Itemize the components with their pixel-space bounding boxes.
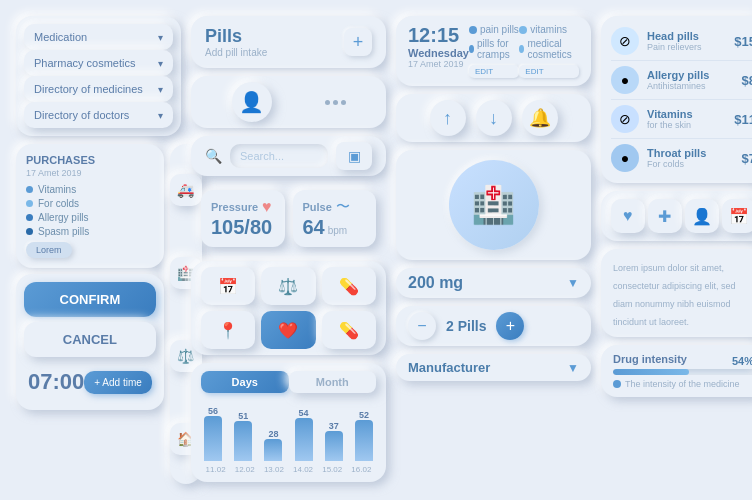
manufacturer-dropdown[interactable]: ▼ xyxy=(567,361,579,375)
chevron-icon: ▾ xyxy=(158,58,163,69)
stats-row: Pressure ♥ 105/80 Pulse 〜 64 bpm xyxy=(191,184,386,253)
up-arrow-btn[interactable]: ↑ xyxy=(430,100,466,136)
pill-item: ● Throat pills For colds $7 xyxy=(611,139,752,177)
bell-btn[interactable]: 🔔 xyxy=(522,100,558,136)
cancel-button[interactable]: CANCEL xyxy=(24,322,156,357)
column-2: Pills Add pill intake + 👤 🔍 Search... ▣ xyxy=(191,16,386,484)
chart-date: 15.02 xyxy=(322,465,342,474)
column-1: Medication▾Pharmacy cosmetics▾Directory … xyxy=(16,16,181,484)
dosage-value: 200 mg xyxy=(408,274,463,292)
increase-button[interactable]: + xyxy=(496,312,524,340)
down-arrow-btn[interactable]: ↓ xyxy=(476,100,512,136)
pill-name: Head pills xyxy=(647,30,726,42)
drug-sub: The intensity of the medicine xyxy=(613,379,752,389)
purchase-dot xyxy=(26,186,33,193)
heart-icon: ♥ xyxy=(262,198,272,216)
pill-info: Allergy pills Antihistamines xyxy=(647,69,734,91)
calendar-action[interactable]: 📅 xyxy=(722,199,752,233)
dosage-dropdown[interactable]: ▼ xyxy=(567,276,579,290)
calendar-icon-btn[interactable]: 📅 xyxy=(201,267,255,305)
pill-price: $15 xyxy=(734,34,752,49)
chart-tab-month[interactable]: Month xyxy=(289,371,377,393)
pill-desc: Pain relievers xyxy=(647,42,726,52)
capsule-icon-btn[interactable]: 💊 xyxy=(322,311,376,349)
add-time-button[interactable]: + Add time xyxy=(84,371,152,394)
confirm-button[interactable]: CONFIRM xyxy=(24,282,156,317)
vitamins-dot xyxy=(519,26,527,34)
pills-header: Pills Add pill intake + xyxy=(191,16,386,68)
chart-date: 11.02 xyxy=(206,465,226,474)
add-action[interactable]: ✚ xyxy=(648,199,682,233)
chart-date: 13.02 xyxy=(264,465,284,474)
menu-section: Medication▾Pharmacy cosmetics▾Directory … xyxy=(16,16,181,136)
purchase-item: For colds xyxy=(26,198,154,209)
pills-subtitle: Add pill intake xyxy=(205,47,267,58)
app-container: Medication▾Pharmacy cosmetics▾Directory … xyxy=(6,6,746,494)
pill-icon: ⊘ xyxy=(611,27,639,55)
vitamins-tag: vitamins xyxy=(530,24,567,35)
menu-label: Medication xyxy=(34,31,87,43)
decrease-button[interactable]: − xyxy=(408,312,436,340)
chart-date: 12.02 xyxy=(235,465,255,474)
cramps-tag: pills for cramps xyxy=(477,38,519,60)
edit-button-2[interactable]: EDIT xyxy=(519,65,579,78)
chart-section: DaysMonth 56 51 28 54 37 52 11.0212.0213… xyxy=(191,363,386,482)
pain-tag: pain pills xyxy=(480,24,519,35)
bar-value: 51 xyxy=(238,411,248,421)
pill-icon-btn[interactable]: 💊 xyxy=(322,267,376,305)
progress-bar xyxy=(613,369,752,375)
menu-item-pharmacy[interactable]: Pharmacy cosmetics▾ xyxy=(24,50,173,76)
heart-icon-btn[interactable]: ❤️ xyxy=(261,311,315,349)
pill-info: Head pills Pain relievers xyxy=(647,30,726,52)
pulse-value: 64 xyxy=(303,216,325,239)
progress-fill xyxy=(613,369,689,375)
search-icon: 🔍 xyxy=(205,148,222,164)
lorem-text: Lorem ipsum dolor sit amet, consectetur … xyxy=(613,263,736,327)
scale-icon-btn[interactable]: ⚖️ xyxy=(261,267,315,305)
pressure-card: Pressure ♥ 105/80 xyxy=(201,190,285,247)
purchase-item: Allergy pills xyxy=(26,212,154,223)
bar-value: 28 xyxy=(268,429,278,439)
lorem-button[interactable]: Lorem xyxy=(26,242,72,258)
more-options-button[interactable] xyxy=(325,100,346,105)
add-pill-button[interactable]: + xyxy=(344,28,372,56)
action-row: ♥ ✚ 👤 📅 xyxy=(601,191,752,241)
pain-dot xyxy=(469,26,477,34)
menu-item-directory-doc[interactable]: Directory of doctors▾ xyxy=(24,102,173,128)
purchases-title: PURCHASES xyxy=(26,154,154,166)
menu-label: Directory of medicines xyxy=(34,83,143,95)
pulse-wave-icon: 〜 xyxy=(336,198,350,216)
pill-price: $7 xyxy=(742,151,752,166)
pill-item: ● Allergy pills Antihistamines $8 xyxy=(611,61,752,100)
icon-grid: 📅 ⚖️ 💊 📍 ❤️ 💊 xyxy=(191,261,386,355)
bar-value: 52 xyxy=(359,410,369,420)
menu-item-directory-med[interactable]: Directory of medicines▾ xyxy=(24,76,173,102)
chart-tab-days[interactable]: Days xyxy=(201,371,289,393)
pill-name: Vitamins xyxy=(647,108,726,120)
purchase-dot xyxy=(26,214,33,221)
chevron-icon: ▾ xyxy=(158,110,163,121)
med-center: 🏥 xyxy=(396,150,591,260)
cosmetics-dot xyxy=(519,45,524,53)
time-section: 12:15 Wednesday 17 Amet 2019 pain pills … xyxy=(396,16,591,86)
dosage-row: 200 mg ▼ xyxy=(396,268,591,298)
search-input[interactable]: Search... xyxy=(230,144,328,168)
menu-item-medication[interactable]: Medication▾ xyxy=(24,24,173,50)
bar-group: 28 xyxy=(261,429,285,461)
day-display: Wednesday xyxy=(408,47,469,59)
dot2 xyxy=(333,100,338,105)
bar-value: 54 xyxy=(299,408,309,418)
location-icon-btn[interactable]: 📍 xyxy=(201,311,255,349)
edit-button-1[interactable]: EDIT xyxy=(469,65,519,78)
chart-date: 14.02 xyxy=(293,465,313,474)
pulse-label: Pulse xyxy=(303,201,332,213)
pill-info: Vitamins for the skin xyxy=(647,108,726,130)
purchase-label: For colds xyxy=(38,198,79,209)
pill-name: Throat pills xyxy=(647,147,734,159)
med-circle-container: 🏥 xyxy=(449,160,539,250)
bar xyxy=(295,418,313,461)
search-placeholder: Search... xyxy=(240,150,284,162)
filter-icon[interactable]: ▣ xyxy=(336,142,372,170)
user-action[interactable]: 👤 xyxy=(685,199,719,233)
heart-action[interactable]: ♥ xyxy=(611,199,645,233)
